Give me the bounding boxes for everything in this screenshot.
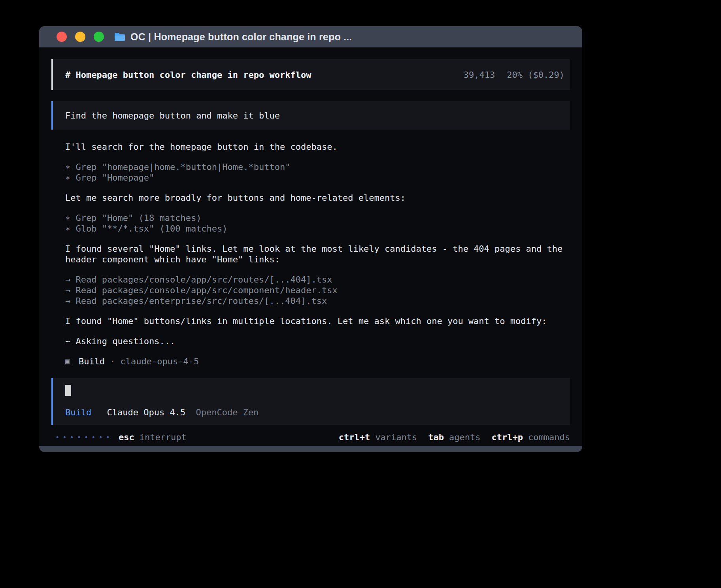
shortcut-variants: ctrl+tvariants: [339, 432, 417, 442]
agent-model: claude-opus-4-5: [121, 356, 199, 367]
agent-status-line: ▣ Build · claude-opus-4-5: [65, 356, 568, 367]
assistant-text: I found "Home" buttons/links in multiple…: [65, 316, 568, 326]
tool-call: ∗ Glob "**/*.tsx" (100 matches): [65, 223, 568, 234]
shortcut-label: agents: [449, 432, 480, 442]
status-text: ~ Asking questions...: [65, 336, 568, 347]
tool-calls-grep-2: ∗ Grep "Home" (18 matches) ∗ Glob "**/*.…: [65, 213, 568, 234]
assistant-text: I'll search for the homepage button in t…: [65, 141, 568, 152]
assistant-text: I found several "Home" links. Let me loo…: [65, 243, 568, 265]
shortcut-key: ctrl+p: [492, 432, 523, 442]
context-cost: 20% ($0.29): [507, 70, 564, 80]
status-left: •••••••• esc interrupt: [51, 432, 187, 442]
assistant-text: Let me search more broadly for buttons a…: [65, 192, 568, 203]
esc-key-label: interrupt: [140, 432, 187, 442]
shortcut-label: variants: [375, 432, 417, 442]
terminal-content: # Homepage button color change in repo w…: [39, 47, 582, 446]
shortcut-key: ctrl+t: [339, 432, 370, 442]
token-count: 39,413: [464, 70, 495, 80]
separator-dot: ·: [110, 356, 115, 367]
agent-icon: ▣: [65, 356, 70, 367]
esc-key-hint: esc: [119, 432, 134, 442]
traffic-lights: [57, 32, 104, 42]
zoom-button[interactable]: [94, 32, 104, 42]
agent-name: Build: [79, 356, 105, 367]
spinner-dots: ••••••••: [55, 433, 113, 441]
session-stats: 39,41320% ($0.29): [464, 70, 564, 80]
titlebar[interactable]: OC | Homepage button color change in rep…: [39, 26, 582, 47]
prompt-input[interactable]: Build Claude Opus 4.5 OpenCode Zen: [51, 378, 570, 425]
tool-call: ∗ Grep "Home" (18 matches): [65, 213, 568, 223]
tool-call: → Read packages/console/app/src/componen…: [65, 285, 568, 296]
model-name: Claude Opus 4.5: [107, 407, 185, 417]
folder-icon: [114, 32, 125, 41]
session-header: # Homepage button color change in repo w…: [51, 59, 570, 90]
provider-name: OpenCode Zen: [196, 407, 259, 417]
shortcut-commands: ctrl+pcommands: [492, 432, 570, 442]
user-message: Find the homepage button and make it blu…: [51, 101, 570, 130]
minimize-button[interactable]: [75, 32, 85, 42]
model-line: Build Claude Opus 4.5 OpenCode Zen: [65, 407, 564, 417]
tool-calls-read: → Read packages/console/app/src/routes/[…: [65, 274, 568, 306]
shortcut-key: tab: [428, 432, 444, 442]
close-button[interactable]: [57, 32, 67, 42]
terminal-window: OC | Homepage button color change in rep…: [39, 26, 582, 452]
tool-calls-grep-1: ∗ Grep "homepage|home.*button|Home.*butt…: [65, 162, 568, 183]
shortcut-agents: tabagents: [428, 432, 480, 442]
tool-call: → Read packages/enterprise/src/routes/[.…: [65, 296, 568, 306]
conversation: I'll search for the homepage button in t…: [51, 141, 570, 367]
tool-call: ∗ Grep "Homepage": [65, 172, 568, 183]
mode-label: Build: [65, 407, 91, 417]
tool-call: ∗ Grep "homepage|home.*button|Home.*butt…: [65, 162, 568, 172]
tool-call: → Read packages/console/app/src/routes/[…: [65, 274, 568, 285]
user-message-text: Find the homepage button and make it blu…: [65, 111, 280, 121]
session-title: # Homepage button color change in repo w…: [65, 70, 311, 80]
shortcut-label: commands: [528, 432, 570, 442]
status-right: ctrl+tvariants tabagents ctrl+pcommands: [328, 432, 570, 442]
text-cursor: [65, 385, 71, 396]
window-title: OC | Homepage button color change in rep…: [130, 31, 352, 43]
status-bar: •••••••• esc interrupt ctrl+tvariants ta…: [51, 432, 570, 442]
